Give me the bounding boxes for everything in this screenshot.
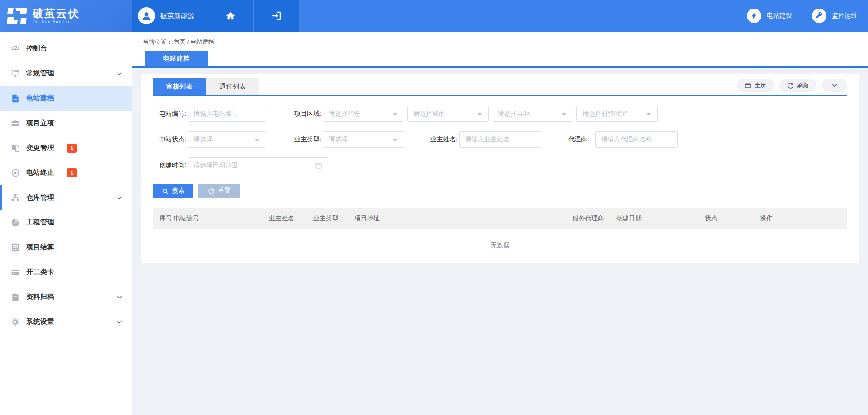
filter-row-2: 电站状态: 请选择 业主类型: 请选择 业主姓名: 请输入业主姓名 代理商: 请… [153, 131, 847, 148]
app-logo[interactable]: 破茧云伏 Po Jian Yun Fu [0, 0, 132, 32]
refresh-label: 刷新 [797, 81, 809, 89]
filter-actions: 搜索 重置 [153, 184, 847, 198]
col-index: 序号 [160, 214, 174, 223]
logo-mark-icon [7, 7, 28, 25]
breadcrumb-path[interactable]: 首页 / 电站建档 [174, 38, 214, 45]
sidebar-item-label: 电站终止 [26, 168, 54, 177]
breadcrumb-label: 当前位置： [143, 38, 172, 45]
pie-chart-icon [11, 218, 20, 227]
sidebar-item-change-mgmt[interactable]: 变更管理 1 [0, 135, 132, 160]
create-time-label: 创建时间: [153, 161, 186, 169]
home-icon [226, 11, 236, 21]
archive-icon [11, 293, 20, 302]
agent-input[interactable]: 请输入代理商名称 [595, 131, 678, 148]
logout-button[interactable] [254, 0, 299, 32]
nav-label: 监控运维 [832, 12, 857, 20]
chevron-down-icon [116, 195, 123, 201]
fullscreen-button[interactable]: 全屏 [737, 79, 774, 92]
reset-label: 重置 [218, 187, 231, 195]
chevron-down-icon [116, 70, 123, 77]
owner-type-select[interactable]: 请选择 [323, 131, 404, 148]
sidebar-item-label: 开二类卡 [26, 268, 54, 276]
col-actions: 操作 [760, 214, 847, 223]
fullscreen-icon [745, 82, 751, 89]
station-no-input[interactable]: 请输入电站编号 [188, 106, 266, 122]
document-icon [11, 94, 20, 103]
header-right-nav: 电站建设 监控运维 [299, 0, 868, 32]
logout-icon [271, 10, 282, 21]
panel-toolbar: 全屏 刷新 [737, 79, 847, 92]
sidebar-item-open-class2-card[interactable]: 开二类卡 [0, 260, 132, 284]
copy-icon [11, 144, 20, 153]
township-select[interactable]: 请选择村镇/街道 [576, 106, 658, 122]
reset-button[interactable]: 重置 [198, 184, 240, 198]
station-no-label: 电站编号: [153, 110, 186, 118]
gear-icon [11, 317, 20, 326]
station-status-label: 电站状态: [153, 135, 186, 144]
notification-badge: 1 [67, 144, 77, 153]
sidebar: 控制台 常规管理 电站建档 [0, 32, 132, 415]
owner-name-input[interactable]: 请输入业主姓名 [459, 131, 541, 148]
district-select[interactable]: 请选择县/区 [492, 106, 573, 122]
search-label: 搜索 [172, 187, 184, 195]
header-user-section: 破茧新能源 [132, 0, 299, 32]
sidebar-item-label: 电站建档 [26, 94, 54, 103]
sidebar-item-label: 项目结算 [26, 243, 54, 252]
region-label: 项目区域: [288, 110, 321, 118]
breadcrumb: 当前位置： 首页 / 电站建档 [143, 38, 214, 46]
avatar-icon [138, 7, 155, 24]
filter-row-3: 创建时间: 请选择日期范围 [153, 157, 847, 173]
sidebar-item-warehouse-mgmt[interactable]: 仓库管理 [0, 185, 132, 210]
col-status: 状态 [705, 214, 760, 223]
sidebar-item-general-mgmt[interactable]: 常规管理 [0, 61, 132, 86]
owner-name-label: 业主姓名: [424, 135, 458, 144]
col-agent: 服务代理商 [572, 214, 616, 223]
home-button[interactable] [208, 0, 254, 32]
panel-tabs: 审核列表 通过列表 全屏 [153, 78, 847, 96]
notification-badge: 1 [67, 168, 77, 177]
calendar-icon [315, 162, 322, 169]
sidebar-item-system-settings[interactable]: 系统设置 [0, 309, 132, 334]
refresh-button[interactable]: 刷新 [779, 79, 816, 92]
refresh-icon [787, 82, 794, 89]
sidebar-item-data-archive[interactable]: 资料归档 [0, 284, 132, 309]
chevron-down-icon [116, 294, 123, 300]
tab-passed-list[interactable]: 通过列表 [206, 78, 259, 95]
nav-label: 电站建设 [767, 12, 792, 20]
dashboard-icon [11, 44, 20, 53]
nav-monitoring-ops[interactable]: 监控运维 [812, 9, 857, 23]
sidebar-item-project-settlement[interactable]: 项目结算 [0, 235, 132, 260]
station-status-select[interactable]: 请选择 [188, 131, 266, 148]
collapse-button[interactable] [822, 79, 847, 92]
col-station-no: 电站编号 [174, 214, 269, 223]
page-tab-station-archive[interactable]: 电站建档 [145, 51, 208, 66]
sidebar-item-station-termination[interactable]: 电站终止 1 [0, 160, 132, 185]
sidebar-item-console[interactable]: 控制台 [0, 36, 132, 61]
sidebar-item-station-archive[interactable]: 电站建档 [0, 86, 132, 111]
user-menu[interactable]: 破茧新能源 [132, 0, 208, 32]
sidebar-item-engineering-mgmt[interactable]: 工程管理 [0, 210, 132, 235]
city-select[interactable]: 请选择城市 [407, 106, 489, 122]
tab-review-list[interactable]: 审核列表 [153, 78, 206, 95]
lightning-icon [747, 9, 761, 23]
fullscreen-label: 全屏 [755, 81, 766, 89]
nav-station-construction[interactable]: 电站建设 [747, 9, 792, 23]
agent-label: 代理商: [556, 135, 589, 144]
card-icon [11, 268, 20, 277]
province-select[interactable]: 请选择省份 [323, 106, 404, 122]
date-range-input[interactable]: 请选择日期范围 [188, 157, 328, 173]
app-header: 破茧云伏 Po Jian Yun Fu 破茧新能源 [0, 0, 868, 32]
sidebar-item-label: 资料归档 [26, 293, 54, 301]
content-panel: 审核列表 通过列表 全屏 [141, 74, 859, 263]
chevron-down-icon [831, 82, 838, 89]
sidebar-item-project-initiation[interactable]: 项目立项 [0, 111, 132, 135]
sidebar-item-label: 仓库管理 [26, 193, 54, 202]
sidebar-item-label: 项目立项 [26, 119, 54, 127]
sitemap-icon [11, 193, 20, 202]
col-create-date: 创建日期 [616, 214, 705, 223]
search-button[interactable]: 搜索 [153, 184, 193, 198]
owner-type-label: 业主类型: [288, 135, 321, 144]
chevron-down-icon [116, 319, 123, 325]
sidebar-item-label: 变更管理 [26, 144, 54, 152]
breadcrumb-band: 当前位置： 首页 / 电站建档 电站建档 [132, 32, 868, 68]
